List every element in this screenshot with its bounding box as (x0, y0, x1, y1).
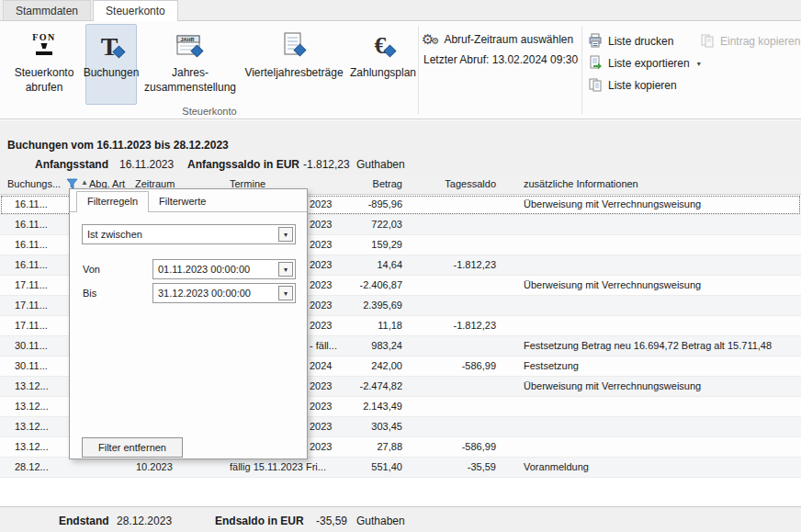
anfangsstand-date: 16.11.2023 (119, 158, 174, 171)
zahlungsplan-icon: € (367, 28, 399, 64)
cell-date: 30.11... (15, 340, 48, 351)
cell-betrag: 11,18 (322, 320, 402, 331)
eintrag-kopieren-label: Eintrag kopieren (720, 35, 800, 48)
eintrag-kopieren-button[interactable]: Eintrag kopieren (700, 33, 800, 50)
jahreszusammenstellung-label-1: Jahres- (172, 66, 209, 79)
tab-filterwerte-label: Filterwerte (159, 196, 206, 207)
cell-date: 16.11... (15, 239, 48, 250)
cell-date: 16.11... (15, 259, 48, 270)
cell-info: Überweisung mit Verrechnungsweisung (524, 198, 701, 209)
cell-tagessaldo: -1.812,23 (413, 259, 496, 270)
von-label: Von (83, 264, 100, 275)
filter-popup: Filterregeln Filterwerte Ist zwischen ▾ … (69, 188, 308, 459)
filter-operator-value: Ist zwischen (83, 229, 278, 240)
bis-date-input[interactable]: 31.12.2023 00:00:00 ▾ (152, 283, 296, 303)
svg-text:JAHR: JAHR (181, 37, 195, 42)
abruf-zeitraum-label: Abruf-Zeitraum auswählen (444, 33, 573, 46)
cell-date: 13.12... (15, 421, 49, 432)
cell-betrag: 27,88 (322, 441, 402, 452)
cell-date: 17.11... (15, 300, 48, 311)
cell-betrag: 159,29 (322, 239, 402, 250)
vierteljahresbetraege-icon (278, 28, 310, 64)
cell-tagessaldo: -586,99 (413, 360, 496, 371)
bis-label: Bis (83, 288, 96, 299)
anfangssaldo-value: -1.812,23 (303, 158, 350, 171)
cell-tagessaldo: -586,99 (413, 441, 496, 452)
header-tagessaldo[interactable]: Tagessaldo (413, 178, 496, 189)
liste-exportieren-dropdown-icon[interactable]: ▾ (697, 60, 701, 68)
endsaldo-label: Endsaldo in EUR (215, 515, 304, 527)
cell-date: 13.12... (15, 380, 49, 391)
cell-tagessaldo: -35,59 (413, 461, 496, 472)
tab-steuerkonto[interactable]: Steuerkonto (93, 0, 178, 21)
sort-ascending-icon: ▲ (81, 178, 88, 187)
liste-drucken-label: Liste drucken (608, 35, 673, 48)
tab-stammdaten[interactable]: Stammdaten (3, 0, 91, 20)
cell-date: 13.12... (15, 401, 49, 412)
cell-betrag: 303,45 (322, 421, 402, 432)
liste-kopieren-button[interactable]: Liste kopieren (588, 77, 677, 94)
cell-info: Festsetzung Betrag neu 16.694,72 Betrag … (524, 340, 772, 351)
vierteljahresbetraege-button[interactable]: Vierteljahresbeträge (241, 24, 347, 105)
letzter-abruf-text: Letzter Abruf: 13.02.2024 09:30 (423, 53, 578, 66)
cell-info: Überweisung mit Verrechnungsweisung (524, 380, 701, 391)
steuerkonto-abrufen-label-1: Steuerkonto (15, 66, 74, 79)
anfangssaldo-unit: Guthaben (356, 158, 405, 171)
buchungen-label: Buchungen (84, 66, 140, 79)
liste-drucken-button[interactable]: Liste drucken (588, 33, 673, 50)
cell-tagessaldo: -1.812,23 (413, 320, 496, 331)
header-betrag[interactable]: Betrag (322, 178, 402, 189)
cell-betrag: 983,24 (322, 340, 402, 351)
gears-icon: ⚙⚙ (422, 32, 439, 46)
ribbon-separator (418, 26, 419, 114)
bookings-title: Buchungen vom 16.11.2023 bis 28.12.2023 (7, 139, 229, 152)
buchungen-icon: T (96, 28, 127, 64)
tab-steuerkonto-label: Steuerkonto (106, 5, 165, 17)
header-info[interactable]: zusätzliche Informationen (524, 178, 638, 189)
cell-date: 16.11... (15, 219, 48, 230)
bis-date-value: 31.12.2023 00:00:00 (153, 288, 278, 299)
tab-filterregeln[interactable]: Filterregeln (76, 191, 149, 212)
table-row[interactable]: 28.12...10.2023fällig 15.11.2023 Fri...5… (0, 458, 801, 478)
export-icon (588, 55, 603, 73)
tab-filterwerte[interactable]: Filterwerte (149, 192, 216, 211)
cell-betrag: -2.474,82 (322, 380, 402, 391)
filter-entfernen-label: Filter entfernen (98, 442, 166, 453)
steuerkonto-abrufen-button[interactable]: FON Steuerkonto abrufen (6, 24, 83, 105)
von-date-input[interactable]: 01.11.2023 00:00:00 ▾ (152, 259, 296, 279)
filter-operator-select[interactable]: Ist zwischen ▾ (82, 224, 296, 244)
bis-dropdown-icon[interactable]: ▾ (278, 286, 293, 300)
tab-filterregeln-label: Filterregeln (87, 196, 138, 207)
cell-date: 30.11... (15, 360, 48, 371)
cell-zeitraum: 10.2023 (136, 461, 173, 472)
jahreszusammenstellung-button[interactable]: JAHR Jahres- zusammenstellung (140, 24, 241, 105)
buchungen-button[interactable]: T Buchungen (85, 24, 137, 105)
jahreszusammenstellung-icon: JAHR (175, 28, 206, 64)
header-buchungsdatum[interactable]: Buchungs... (7, 178, 61, 189)
filter-operator-dropdown-icon[interactable]: ▾ (278, 227, 293, 242)
jahreszusammenstellung-label-2: zusammenstellung (144, 81, 236, 94)
endstand-date: 28.12.2023 (117, 515, 172, 527)
svg-text:FON: FON (32, 32, 56, 42)
cell-betrag: 14,64 (322, 259, 402, 270)
filter-entfernen-button[interactable]: Filter entfernen (82, 437, 183, 458)
view-tabbar: Stammdaten Steuerkonto (0, 0, 801, 21)
cell-betrag: 551,40 (322, 461, 402, 472)
steuerkonto-abrufen-label-2: abrufen (26, 81, 63, 94)
zahlungsplan-button[interactable]: € Zahlungsplan (349, 24, 417, 105)
closing-balance-row: Endstand 28.12.2023 Endsaldo in EUR -35,… (0, 506, 801, 532)
cell-betrag: 2.395,69 (322, 300, 402, 311)
print-icon (588, 33, 603, 51)
ribbon-separator (581, 26, 582, 114)
abruf-zeitraum-button[interactable]: ⚙⚙ Abruf-Zeitraum auswählen (422, 32, 573, 46)
cell-date: 17.11... (15, 320, 48, 331)
von-dropdown-icon[interactable]: ▾ (278, 262, 293, 277)
von-date-value: 01.11.2023 00:00:00 (153, 264, 278, 275)
copy-entry-icon (700, 33, 715, 51)
endsaldo-unit: Guthaben (356, 515, 405, 527)
liste-exportieren-button[interactable]: Liste exportieren ▾ (588, 55, 701, 72)
vierteljahresbetraege-label: Vierteljahresbeträge (244, 66, 343, 79)
anfangsstand-label: Anfangsstand (35, 158, 108, 171)
cell-betrag: -2.406,87 (322, 279, 402, 290)
endsaldo-value: -35,59 (316, 515, 347, 527)
